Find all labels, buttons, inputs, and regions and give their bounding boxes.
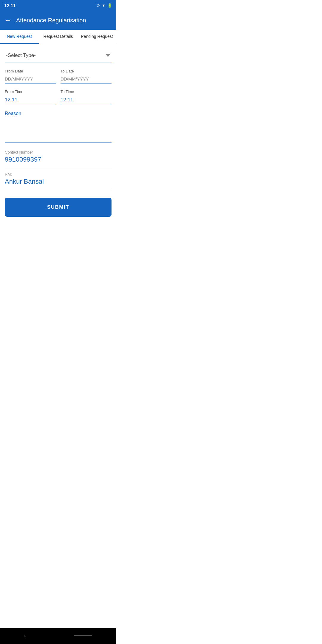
from-date-input[interactable] (5, 75, 56, 83)
tab-new-request[interactable]: New Request (0, 30, 39, 44)
select-type-label: -Select Type- (6, 52, 36, 58)
rm-value: Ankur Bansal (5, 178, 112, 185)
select-type-dropdown[interactable]: -Select Type- (5, 49, 112, 63)
rm-label: RM: (5, 172, 112, 177)
rm-section: RM: Ankur Bansal (5, 172, 112, 189)
status-time: 12:11 (4, 3, 16, 8)
reason-section: Reason (5, 111, 112, 144)
reason-input[interactable] (5, 119, 112, 143)
date-row: From Date To Date (5, 69, 112, 83)
to-time-group: To Time (61, 89, 112, 105)
header-title: Attendance Regularisation (16, 17, 86, 24)
at-sign-icon: ⊙ (97, 3, 100, 8)
to-date-label: To Date (61, 69, 112, 73)
form-container: -Select Type- From Date To Date From Tim… (0, 44, 116, 222)
status-icons: ⊙ ▼ 🔋 (97, 3, 112, 8)
to-time-label: To Time (61, 89, 112, 94)
from-time-label: From Time (5, 89, 56, 94)
submit-button[interactable]: SUBMIT (5, 198, 112, 217)
chevron-down-icon (106, 54, 110, 57)
back-button[interactable]: ← (5, 16, 11, 24)
from-time-group: From Time (5, 89, 56, 105)
contact-number-value: 9910099397 (5, 156, 112, 163)
tabs-container: New Request Request Details Pending Requ… (0, 30, 116, 44)
app-header: ← Attendance Regularisation (0, 11, 116, 30)
contact-number-section: Contact Number 9910099397 (5, 150, 112, 167)
contact-number-label: Contact Number (5, 150, 112, 154)
wifi-icon: ▼ (102, 3, 106, 8)
battery-icon: 🔋 (107, 3, 112, 8)
from-date-group: From Date (5, 69, 56, 83)
reason-label: Reason (5, 111, 112, 116)
time-row: From Time To Time (5, 89, 112, 105)
status-bar: 12:11 ⊙ ▼ 🔋 (0, 0, 116, 11)
tab-request-details[interactable]: Request Details (39, 30, 78, 44)
from-date-label: From Date (5, 69, 56, 73)
to-date-group: To Date (61, 69, 112, 83)
to-date-input[interactable] (61, 75, 112, 83)
tab-pending-request[interactable]: Pending Request (78, 30, 116, 44)
from-time-input[interactable] (5, 96, 56, 105)
to-time-input[interactable] (61, 96, 112, 105)
